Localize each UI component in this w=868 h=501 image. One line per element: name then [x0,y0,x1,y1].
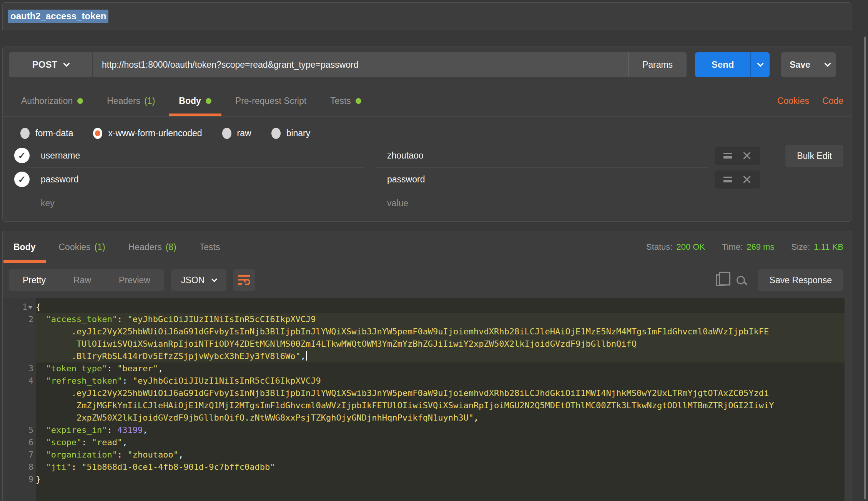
tab-label: Cookies [59,242,91,252]
checkbox-checked-icon[interactable]: ✓ [14,172,30,187]
body-mode-raw[interactable]: raw [222,128,251,139]
key-input[interactable]: username [28,144,365,167]
remove-row-icon[interactable] [743,175,751,184]
send-button[interactable]: Send [695,52,770,77]
token-s: "zhoutaoo" [127,450,178,459]
key-input[interactable]: key [28,192,365,215]
copy-icon[interactable] [716,274,725,286]
code-text: { [36,301,845,313]
token-k: "token_type" [46,364,107,373]
drag-handle-icon[interactable] [723,153,732,159]
meta-value: 1.11 KB [814,242,843,252]
tab-label: Body [13,242,36,252]
tab-headers[interactable]: Headers(1) [97,85,165,116]
drag-handle-icon[interactable] [723,177,732,182]
code-line: 2 "access_token": "eyJhbGciOiJIUzI1NiIsI… [3,313,845,326]
word-wrap-button[interactable] [233,269,255,291]
token-p: : [81,438,92,447]
value-input[interactable]: value [376,192,708,215]
tab-label: Headers [107,96,140,106]
line-number: 6 [3,436,36,449]
code-text: .eyJ1c2VyX25hbWUiOiJ6aG91dGFvbyIsInNjb3B… [36,387,845,399]
token-p: , [301,351,306,361]
code-line: .eyJ1c2VyX25hbWUiOiJ6aG91dGFvbyIsInNjb3B… [3,387,845,399]
token-k: "organization" [46,450,117,459]
params-button[interactable]: Params [628,52,687,77]
line-number [3,399,36,412]
response-meta: Status:200 OKTime:269 msSize:1.11 KB [646,231,843,263]
cookies-link[interactable]: Cookies [777,96,809,106]
remove-row-icon[interactable] [743,152,751,160]
token-s: .eyJ1c2VyX25hbWUiOiJ6aG91dGFvbyIsInNjb3B… [36,327,769,336]
language-label: JSON [181,275,205,286]
code-text: 2xpZW50X2lkIjoidGVzdF9jbGllbnQifQ.zNtWWG… [36,412,845,424]
response-tab-tests[interactable]: Tests [190,231,230,263]
send-options-button[interactable] [750,52,770,77]
method-select[interactable]: POST [9,52,93,77]
token-p: : [122,376,133,386]
token-p: } [36,474,41,484]
token-s: .BlIryRbSL414rDv5EfzZSjpjvWybcX3hEJy3fV8… [36,351,301,361]
code-line: 3 "token_type": "bearer", [3,362,845,375]
code-link[interactable]: Code [822,96,843,106]
green-dot-icon [206,98,211,104]
tab-label: Tests [330,96,351,106]
form-row: keyvalue [3,192,851,215]
response-tab-headers[interactable]: Headers(8) [118,231,186,263]
body-mode-x-www-form-urlencoded[interactable]: x-www-form-urlencoded [93,128,202,139]
response-body-editor[interactable]: 1{2 "access_token": "eyJhbGciOiJIUzI1NiI… [3,298,845,501]
code-line: 8 "jti": "51b868d1-0ce1-4fb8-901d-9c7bff… [3,461,845,473]
line-number [3,350,36,362]
save-response-button[interactable]: Save Response [758,269,843,291]
page-scrollbar[interactable] [864,37,866,499]
save-button[interactable]: Save [781,52,836,77]
view-mode-raw[interactable]: Raw [60,275,105,286]
token-k: "jti" [46,462,72,472]
response-tab-body[interactable]: Body [3,231,46,263]
code-text: "refresh_token": "eyJhbGciOiJIUzI1NiIsIn… [36,375,845,387]
line-number: 7 [3,449,36,461]
token-w [36,462,46,472]
token-w [36,376,46,386]
fold-toggle[interactable] [27,301,33,313]
line-number: 1 [3,301,36,313]
body-mode-binary[interactable]: binary [271,128,311,139]
code-text: .BlIryRbSL414rDv5EfzZSjpjvWybcX3hEJy3fV8… [36,350,845,362]
code-line: 2xpZW50X2lkIjoidGVzdF9jbGllbnQifQ.zNtWWG… [3,412,845,424]
request-tab-title[interactable]: oauth2_access_token [8,10,108,23]
token-k: "scope" [46,438,82,447]
tab-pre-request-script[interactable]: Pre-request Script [225,85,316,116]
body-mode-form-data[interactable]: form-data [20,128,73,139]
url-input[interactable]: http://host1:8000/oauth/token?scope=read… [93,52,628,77]
token-s: "bearer" [117,364,158,373]
token-p: , [143,425,148,435]
value-input[interactable]: zhoutaoo [376,144,708,167]
tab-authorization[interactable]: Authorization [11,85,93,116]
code-text: "scope": "read", [36,436,845,449]
tab-body[interactable]: Body [169,85,221,116]
save-options-button[interactable] [819,52,836,77]
code-line: 6 "scope": "read", [3,436,845,449]
body-mode-options: form-datax-www-form-urlencodedrawbinary [20,122,310,144]
token-p: : [117,450,128,459]
token-p: , [474,413,479,423]
token-s: .eyJ1c2VyX25hbWUiOiJ6aG91dGFvbyIsInNjb3B… [36,388,769,398]
view-mode-preview[interactable]: Preview [105,275,164,286]
token-s: "eyJhbGciOiJIUzI1NiIsInR5cCI6IkpXVCJ9 [133,376,321,386]
value-input[interactable]: password [376,168,708,191]
meta-value: 269 ms [747,242,774,252]
tab-count-badge: (8) [166,242,176,252]
response-tab-cookies[interactable]: Cookies(1) [49,231,115,263]
body-mode-label: raw [237,128,251,139]
code-line: 1{ [3,301,845,313]
key-input[interactable]: password [28,168,365,191]
line-number: 9 [3,473,36,486]
language-select[interactable]: JSON [171,269,226,291]
search-icon[interactable] [737,276,745,284]
line-number: 3 [3,362,36,375]
view-mode-pretty[interactable]: Pretty [9,275,60,286]
checkbox-checked-icon[interactable]: ✓ [14,148,30,163]
tab-tests[interactable]: Tests [320,85,371,116]
tab-label: Tests [200,242,220,252]
chevron-down-icon [757,60,763,67]
